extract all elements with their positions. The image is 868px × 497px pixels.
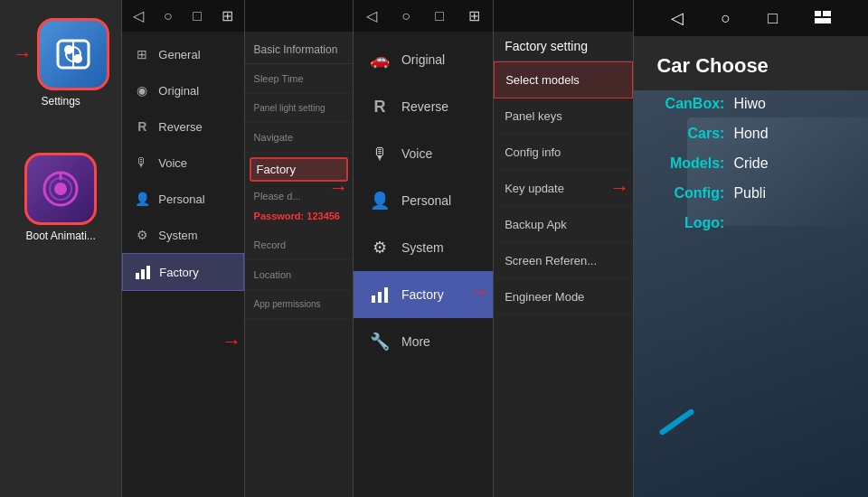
menu-item-reverse[interactable]: R Reverse bbox=[122, 108, 243, 145]
factory-icon bbox=[134, 263, 152, 281]
arrow-panel2: → bbox=[222, 330, 241, 353]
fm-label-factory: Factory bbox=[401, 287, 444, 302]
basic-info-panel: Basic Information Sleep Time Panel light… bbox=[245, 0, 353, 497]
settings-menu-panel: ◁ ○ □ ⊞ ⊞ General ◉ Original R Reverse 🎙… bbox=[122, 0, 243, 497]
info-row-app-permissions: App permissions bbox=[245, 290, 353, 319]
settings-menu-list: ⊞ General ◉ Original R Reverse 🎙 Voice 👤… bbox=[122, 0, 243, 291]
home-icon[interactable]: ○ bbox=[164, 8, 173, 24]
menu-label-voice: Voice bbox=[158, 156, 187, 170]
menu-item-system[interactable]: ⚙ System bbox=[122, 217, 243, 253]
factory-nav-bar: ◁ ○ □ ⊞ bbox=[354, 0, 493, 32]
menu-label-system: System bbox=[158, 229, 197, 242]
fs-item-select-models[interactable]: Select models bbox=[494, 61, 633, 98]
back-icon[interactable]: ◁ bbox=[133, 7, 144, 24]
car-choose-fields: CanBox: Hiwo Cars: Hond Models: Cride Co… bbox=[634, 91, 868, 236]
models-label: Models: bbox=[656, 155, 724, 172]
config-value: Publi bbox=[733, 185, 766, 202]
fm-label-personal: Personal bbox=[401, 193, 451, 208]
info-row-navigate: Navigate bbox=[245, 123, 353, 153]
fm-label-reverse: Reverse bbox=[401, 99, 448, 114]
config-field: Config: Publi bbox=[656, 185, 845, 202]
fm-factory-icon bbox=[367, 282, 392, 307]
menu-label-factory: Factory bbox=[159, 266, 198, 279]
original-icon: ◉ bbox=[133, 81, 151, 99]
reverse-icon: R bbox=[133, 117, 151, 136]
settings-nav-bar: ◁ ○ □ ⊞ bbox=[122, 0, 243, 32]
boot-app-icon[interactable] bbox=[24, 153, 97, 225]
menu-label-reverse: Reverse bbox=[158, 120, 202, 134]
fm-voice-icon: 🎙 bbox=[367, 141, 392, 166]
menu-icon-2[interactable]: ⊞ bbox=[468, 7, 480, 24]
fs-label-config-info: Config info bbox=[505, 145, 561, 159]
system-icon: ⚙ bbox=[133, 226, 151, 244]
fs-nav-bar bbox=[494, 0, 633, 32]
cars-value: Hond bbox=[733, 126, 768, 142]
menu-item-original[interactable]: ◉ Original bbox=[122, 72, 243, 108]
password-text: Password: 123456 bbox=[245, 206, 353, 226]
svg-point-7 bbox=[54, 183, 67, 195]
fs-label-engineer-mode: Engineer Mode bbox=[505, 290, 584, 304]
cars-label: Cars: bbox=[656, 126, 724, 142]
factory-menu-list: 🚗 Original R Reverse 🎙 Voice 👤 Personal … bbox=[354, 0, 493, 365]
fm-system-icon: ⚙ bbox=[367, 235, 392, 260]
apps-panel: → Settings Boot Animati... bbox=[0, 0, 121, 497]
factory-menu-panel: ◁ ○ □ ⊞ 🚗 Original R Reverse 🎙 Voice 👤 P… bbox=[354, 0, 493, 497]
personal-icon: 👤 bbox=[133, 190, 151, 208]
info-nav-bar bbox=[245, 0, 353, 32]
car-choose-title: Car Choose bbox=[634, 36, 868, 91]
back-icon-2[interactable]: ◁ bbox=[366, 7, 377, 24]
canbox-field: CanBox: Hiwo bbox=[656, 96, 845, 112]
settings-label: Settings bbox=[41, 95, 80, 108]
fs-item-config-info[interactable]: Config info bbox=[494, 135, 633, 171]
factory-menu-voice[interactable]: 🎙 Voice bbox=[354, 130, 493, 177]
factory-menu-original[interactable]: 🚗 Original bbox=[354, 36, 493, 83]
svg-rect-9 bbox=[136, 273, 139, 279]
models-value: Cride bbox=[733, 155, 768, 172]
logo-label: Logo: bbox=[656, 215, 724, 231]
fs-item-backup-apk[interactable]: Backup Apk bbox=[494, 207, 633, 243]
factory-menu-reverse[interactable]: R Reverse bbox=[354, 83, 493, 130]
recents-icon-2[interactable]: □ bbox=[435, 8, 444, 24]
cc-recents-icon[interactable]: □ bbox=[768, 9, 778, 28]
cars-field: Cars: Hond bbox=[656, 126, 845, 142]
factory-settings-title: Factory setting bbox=[494, 32, 633, 61]
general-icon: ⊞ bbox=[133, 45, 151, 63]
car-choose-nav: ◁ ○ □ bbox=[634, 0, 868, 36]
cc-menu-icon[interactable] bbox=[815, 9, 831, 28]
menu-item-voice[interactable]: 🎙 Voice bbox=[122, 145, 243, 181]
fs-item-engineer-mode[interactable]: Engineer Mode bbox=[494, 279, 633, 315]
cc-back-icon[interactable]: ◁ bbox=[671, 8, 684, 28]
recents-icon[interactable]: □ bbox=[193, 8, 202, 24]
factory-text: Factory bbox=[257, 163, 296, 176]
fm-label-system: System bbox=[401, 240, 444, 255]
fs-label-backup-apk: Backup Apk bbox=[505, 218, 567, 231]
car-choose-panel: ◁ ○ □ Car Choose CanBox: Hiwo Cars: Hond… bbox=[634, 0, 868, 497]
menu-label-original: Original bbox=[158, 84, 199, 98]
fm-label-voice: Voice bbox=[401, 146, 432, 161]
fs-item-screen-ref[interactable]: Screen Referen... bbox=[494, 243, 633, 279]
canbox-value: Hiwo bbox=[733, 96, 766, 112]
menu-icon[interactable]: ⊞ bbox=[222, 7, 233, 24]
basic-info-content: Basic Information Sleep Time Panel light… bbox=[245, 0, 353, 319]
cc-home-icon[interactable]: ○ bbox=[721, 9, 731, 28]
arrow-panel4: → bbox=[469, 280, 489, 304]
settings-app-icon[interactable] bbox=[37, 18, 109, 90]
info-row-panel-light: Panel light setting bbox=[245, 94, 353, 123]
boot-app-wrapper: Boot Animati... bbox=[24, 153, 97, 242]
svg-rect-12 bbox=[372, 295, 375, 303]
info-row-record: Record bbox=[245, 230, 353, 260]
arrow-to-settings: → bbox=[13, 42, 33, 66]
voice-icon: 🎙 bbox=[133, 154, 151, 172]
svg-rect-14 bbox=[384, 287, 388, 303]
factory-menu-personal[interactable]: 👤 Personal bbox=[354, 177, 493, 224]
menu-item-general[interactable]: ⊞ General bbox=[122, 36, 243, 72]
menu-item-personal[interactable]: 👤 Personal bbox=[122, 181, 243, 217]
factory-menu-more[interactable]: 🔧 More bbox=[354, 318, 493, 365]
home-icon-2[interactable]: ○ bbox=[401, 8, 410, 24]
menu-item-factory[interactable]: Factory bbox=[122, 253, 243, 291]
fm-more-icon: 🔧 bbox=[367, 329, 392, 354]
config-label: Config: bbox=[656, 185, 724, 202]
fs-item-panel-keys[interactable]: Panel keys bbox=[494, 98, 633, 135]
fm-label-more: More bbox=[401, 334, 430, 349]
factory-menu-system[interactable]: ⚙ System bbox=[354, 224, 493, 271]
